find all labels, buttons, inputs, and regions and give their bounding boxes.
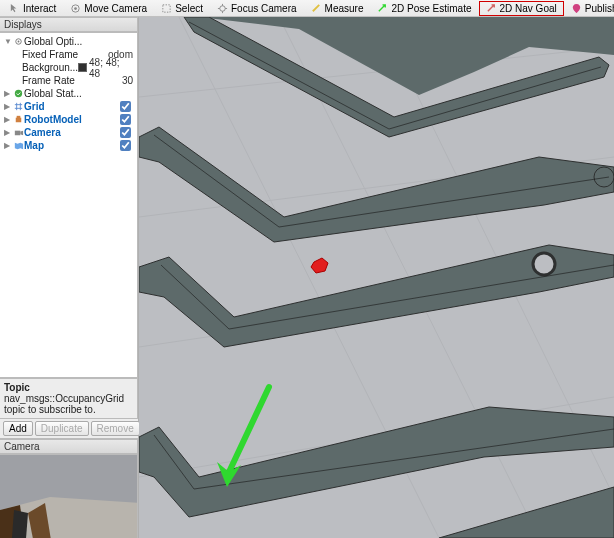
tree-background[interactable]: Backgroun... 48; 48; 48: [0, 61, 137, 74]
expand-icon[interactable]: ▶: [4, 89, 13, 98]
nav-goal-icon: [486, 3, 497, 14]
description-box: Topic nav_msgs::OccupancyGrid topic to s…: [0, 378, 138, 419]
pose-estimate-tool[interactable]: 2D Pose Estimate: [370, 1, 478, 16]
remove-button[interactable]: Remove: [91, 421, 140, 436]
robot-display-icon: [13, 114, 24, 125]
move-camera-label: Move Camera: [84, 3, 147, 14]
tree-camera[interactable]: ▶ Camera: [0, 126, 137, 139]
map-render: [139, 17, 614, 538]
frame-rate-label: Frame Rate: [22, 75, 122, 86]
camera-panel-title[interactable]: Camera: [0, 439, 138, 454]
camera-label: Camera: [24, 127, 120, 138]
expand-icon[interactable]: ▶: [4, 141, 13, 150]
3d-viewport[interactable]: [139, 17, 614, 538]
camera-display-icon: [13, 127, 24, 138]
map-display-icon: [13, 140, 24, 151]
collapse-icon[interactable]: ▼: [4, 37, 13, 46]
svg-point-3: [220, 5, 226, 11]
global-options-label: Global Opti...: [24, 36, 137, 47]
robot-model-checkbox[interactable]: [120, 114, 131, 125]
select-icon: [161, 3, 172, 14]
svg-rect-8: [17, 116, 21, 119]
svg-point-1: [74, 7, 77, 10]
main-layout: Displays ▼ Global Opti... Fixed Frame od…: [0, 17, 614, 538]
focus-camera-label: Focus Camera: [231, 3, 297, 14]
publish-point-label: Publish Point: [585, 3, 614, 14]
interact-icon: [9, 3, 20, 14]
add-button[interactable]: Add: [3, 421, 33, 436]
expand-icon[interactable]: ▶: [4, 102, 13, 111]
svg-rect-2: [163, 4, 170, 11]
select-label: Select: [175, 3, 203, 14]
color-swatch[interactable]: [78, 63, 87, 72]
tree-map[interactable]: ▶ Map: [0, 139, 137, 152]
displays-panel-title[interactable]: Displays: [0, 17, 138, 32]
global-status-label: Global Stat...: [24, 88, 137, 99]
camera-panel: Camera: [0, 439, 138, 538]
publish-point-icon: [571, 3, 582, 14]
duplicate-button[interactable]: Duplicate: [35, 421, 89, 436]
grid-label: Grid: [24, 101, 120, 112]
tree-global-options[interactable]: ▼ Global Opti...: [0, 35, 137, 48]
select-tool[interactable]: Select: [154, 1, 210, 16]
main-toolbar: Interact Move Camera Select Focus Camera…: [0, 0, 614, 17]
desc-body: nav_msgs::OccupancyGrid topic to subscri…: [4, 393, 124, 415]
camera-checkbox[interactable]: [120, 127, 131, 138]
tree-frame-rate[interactable]: Frame Rate 30: [0, 74, 137, 87]
desc-title: Topic: [4, 382, 133, 393]
nav-goal-label: 2D Nav Goal: [500, 3, 557, 14]
map-label: Map: [24, 140, 120, 151]
camera-view[interactable]: [0, 454, 138, 538]
display-buttons: Add Duplicate Remove Rename: [0, 419, 138, 439]
grid-display-icon: [13, 101, 24, 112]
tree-global-status[interactable]: ▶ Global Stat...: [0, 87, 137, 100]
svg-point-27: [594, 167, 614, 187]
focus-camera-tool[interactable]: Focus Camera: [210, 1, 304, 16]
svg-point-5: [18, 41, 20, 43]
tree-robot-model[interactable]: ▶ RobotModel: [0, 113, 137, 126]
publish-point-tool[interactable]: Publish Point: [564, 1, 614, 16]
nav-goal-tool[interactable]: 2D Nav Goal: [479, 1, 564, 16]
background-label: Backgroun...: [22, 62, 78, 73]
grid-checkbox[interactable]: [120, 101, 131, 112]
robot-model-label: RobotModel: [24, 114, 120, 125]
measure-label: Measure: [325, 3, 364, 14]
gear-icon: [13, 36, 24, 47]
interact-label: Interact: [23, 3, 56, 14]
pose-estimate-icon: [377, 3, 388, 14]
focus-camera-icon: [217, 3, 228, 14]
map-checkbox[interactable]: [120, 140, 131, 151]
sidebar: Displays ▼ Global Opti... Fixed Frame od…: [0, 17, 139, 538]
tree-grid[interactable]: ▶ Grid: [0, 100, 137, 113]
svg-point-29: [533, 253, 555, 275]
expand-icon[interactable]: ▶: [4, 128, 13, 137]
svg-rect-9: [15, 131, 21, 136]
status-ok-icon: [13, 88, 24, 99]
camera-image: [0, 455, 138, 538]
frame-rate-value[interactable]: 30: [122, 75, 137, 86]
measure-icon: [311, 3, 322, 14]
expand-icon[interactable]: ▶: [4, 115, 13, 124]
displays-tree[interactable]: ▼ Global Opti... Fixed Frame odom Backgr…: [0, 32, 138, 378]
move-camera-tool[interactable]: Move Camera: [63, 1, 154, 16]
interact-tool[interactable]: Interact: [2, 1, 63, 16]
measure-tool[interactable]: Measure: [304, 1, 371, 16]
svg-point-6: [15, 90, 22, 97]
move-camera-icon: [70, 3, 81, 14]
pose-estimate-label: 2D Pose Estimate: [391, 3, 471, 14]
